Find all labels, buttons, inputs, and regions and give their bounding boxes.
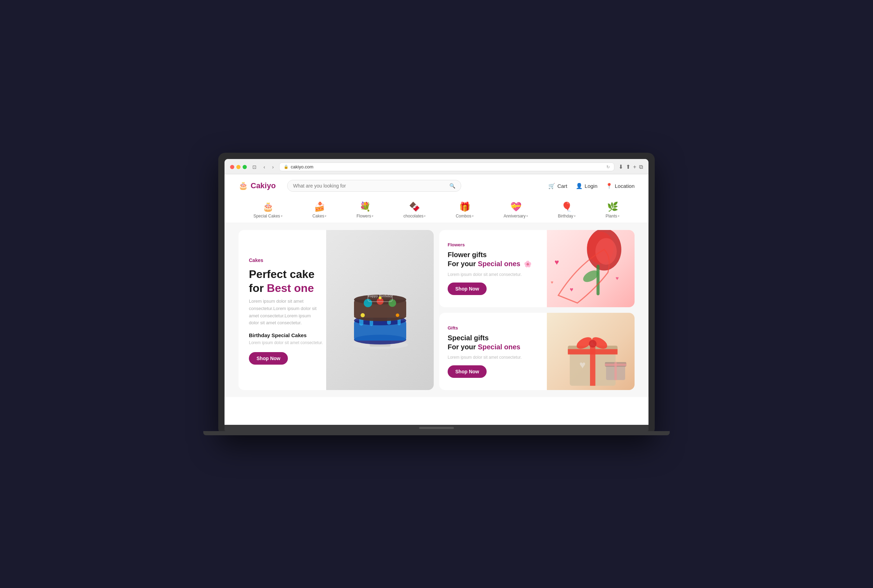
close-button[interactable] <box>230 165 234 169</box>
traffic-lights <box>230 165 247 169</box>
back-button[interactable]: ‹ <box>262 164 267 171</box>
flowers-title-accent: Special ones <box>478 260 520 267</box>
nav-item-anniversary[interactable]: 💝 Anniversary ▾ <box>504 201 528 219</box>
site-nav: 🎂 Special Cakes ▾ 🍰 Cakes ▾ 💐 Flowers ▾ … <box>224 197 649 223</box>
nav-item-special-cakes[interactable]: 🎂 Special Cakes ▾ <box>253 201 282 219</box>
cart-label: Cart <box>557 183 567 189</box>
gifts-shop-now-button[interactable]: Shop Now <box>448 365 487 378</box>
nav-label-combos: Combos ▾ <box>456 214 474 219</box>
search-input[interactable] <box>293 183 446 189</box>
location-icon: 📍 <box>606 183 613 189</box>
laptop-frame: ⊡ ‹ › 🔒 cakiyo.com ↻ ⬇ ⬆ + ⧉ 🎂 Cakiyo <box>218 153 655 435</box>
hero-title-line2: for <box>249 282 267 294</box>
forward-button[interactable]: › <box>271 164 275 171</box>
laptop-notch <box>419 427 454 429</box>
hero-title-line1: Perfect cake <box>249 268 315 280</box>
browser-chrome: ⊡ ‹ › 🔒 cakiyo.com ↻ ⬇ ⬆ + ⧉ <box>224 159 649 174</box>
nav-icon-flowers: 💐 <box>359 201 371 212</box>
nav-label-anniversary: Anniversary ▾ <box>504 214 528 219</box>
download-button[interactable]: ⬇ <box>619 164 623 170</box>
nav-icon-combos: 🎁 <box>459 201 470 212</box>
hero-subtitle: Birthday Special Cakes <box>249 332 423 338</box>
svg-text:♥: ♥ <box>554 258 559 267</box>
svg-text:♥: ♥ <box>615 275 619 281</box>
gifts-desc: Lorem ipsum dolor sit amet consectetur. <box>448 355 538 360</box>
sidebar-toggle-button[interactable]: ⊡ <box>251 164 258 171</box>
gifts-image: ♥ <box>547 313 634 390</box>
gifts-title-line2: For your <box>448 343 478 351</box>
flowers-title: Flower gifts For your Special ones 🌸 <box>448 250 538 268</box>
search-icon: 🔍 <box>449 183 455 189</box>
nav-label-cakes: Cakes ▾ <box>312 214 326 219</box>
hero-description: Lorem ipsum dolor sit amet consectetur.L… <box>249 298 319 327</box>
hero-category: Cakes <box>249 258 423 263</box>
nav-item-flowers[interactable]: 💐 Flowers ▾ <box>356 201 374 219</box>
reload-icon[interactable]: ↻ <box>606 165 610 170</box>
minimize-button[interactable] <box>236 165 240 169</box>
maximize-button[interactable] <box>243 165 247 169</box>
nav-label-chocolates: chocolates ▾ <box>403 214 426 219</box>
gifts-title-line1: Special gifts <box>448 334 489 342</box>
new-tab-button[interactable]: + <box>633 164 636 170</box>
cart-icon: 🛒 <box>548 183 555 189</box>
nav-icon-special-cakes: 🎂 <box>263 201 273 212</box>
tabs-button[interactable]: ⧉ <box>639 164 643 170</box>
nav-icon-plants: 🌿 <box>607 201 618 212</box>
nav-icon-cakes: 🍰 <box>314 201 325 212</box>
nav-icon-chocolates: 🍫 <box>409 201 420 212</box>
nav-arrow-combos: ▾ <box>472 214 474 218</box>
hero-subdesc: Lorem ipsum dolor sit amet consectetur. <box>249 340 423 345</box>
nav-item-combos[interactable]: 🎁 Combos ▾ <box>456 201 474 219</box>
hero-shop-now-button[interactable]: Shop Now <box>249 352 288 364</box>
nav-label-flowers: Flowers ▾ <box>356 214 374 219</box>
search-bar[interactable]: 🔍 <box>287 180 461 192</box>
svg-text:♥: ♥ <box>579 359 586 371</box>
laptop-screen: ⊡ ‹ › 🔒 cakiyo.com ↻ ⬇ ⬆ + ⧉ 🎂 Cakiyo <box>224 159 649 425</box>
svg-text:♥: ♥ <box>569 286 573 293</box>
login-label: Login <box>585 183 598 189</box>
flowers-promo-card: Flowers Flower gifts For your Special on… <box>439 230 634 307</box>
gifts-title-accent: Special ones <box>478 343 520 351</box>
svg-rect-32 <box>568 349 618 354</box>
header-actions: 🛒 Cart 👤 Login 📍 Location <box>548 183 634 189</box>
nav-item-cakes[interactable]: 🍰 Cakes ▾ <box>312 201 326 219</box>
share-button[interactable]: ⬆ <box>626 164 630 170</box>
hero-left-content: Cakes Perfect cake for Best one Lorem ip… <box>239 230 434 390</box>
cart-action[interactable]: 🛒 Cart <box>548 183 567 189</box>
nav-item-chocolates[interactable]: 🍫 chocolates ▾ <box>403 201 426 219</box>
flowers-image: ♥ ♥ ♥ ♥ <box>547 230 634 307</box>
hero-right-column: Flowers Flower gifts For your Special on… <box>439 230 634 390</box>
nav-arrow-anniversary: ▾ <box>526 214 528 218</box>
lock-icon: 🔒 <box>284 165 288 169</box>
flowers-title-line1: Flower gifts <box>448 251 487 258</box>
location-label: Location <box>615 183 634 189</box>
nav-icon-birthday: 🎈 <box>561 201 572 212</box>
url-text: cakiyo.com <box>291 164 313 170</box>
hero-left-card: Cakes Perfect cake for Best one Lorem ip… <box>239 230 434 390</box>
nav-item-birthday[interactable]: 🎈 Birthday ▾ <box>558 201 576 219</box>
nav-item-plants[interactable]: 🌿 Plants ▾ <box>606 201 620 219</box>
gifts-title: Special gifts For your Special ones <box>448 333 538 351</box>
location-action[interactable]: 📍 Location <box>606 183 634 189</box>
svg-point-35 <box>589 340 596 348</box>
flowers-svg: ♥ ♥ ♥ ♥ <box>547 230 634 307</box>
nav-arrow-birthday: ▾ <box>574 214 576 218</box>
hero-title-accent: Best one <box>267 282 314 294</box>
logo[interactable]: 🎂 Cakiyo <box>239 181 280 190</box>
site-header: 🎂 Cakiyo 🔍 🛒 Cart 👤 Login <box>224 174 649 197</box>
laptop-bottom <box>224 425 649 431</box>
gifts-svg: ♥ <box>547 313 634 390</box>
nav-arrow-flowers: ▾ <box>372 214 374 218</box>
flowers-shop-now-button[interactable]: Shop Now <box>448 282 487 295</box>
login-action[interactable]: 👤 Login <box>576 183 598 189</box>
user-icon: 👤 <box>576 183 583 189</box>
gifts-card-content: Gifts Special gifts For your Special one… <box>439 313 547 390</box>
gifts-promo-card: Gifts Special gifts For your Special one… <box>439 313 634 390</box>
website-content: 🎂 Cakiyo 🔍 🛒 Cart 👤 Login <box>224 174 649 425</box>
address-bar[interactable]: 🔒 cakiyo.com ↻ <box>279 162 614 171</box>
svg-text:♥: ♥ <box>551 280 553 285</box>
flowers-card-content: Flowers Flower gifts For your Special on… <box>439 230 547 307</box>
logo-text: Cakiyo <box>251 181 276 190</box>
flowers-category: Flowers <box>448 242 538 248</box>
nav-arrow-cakes: ▾ <box>325 214 326 218</box>
